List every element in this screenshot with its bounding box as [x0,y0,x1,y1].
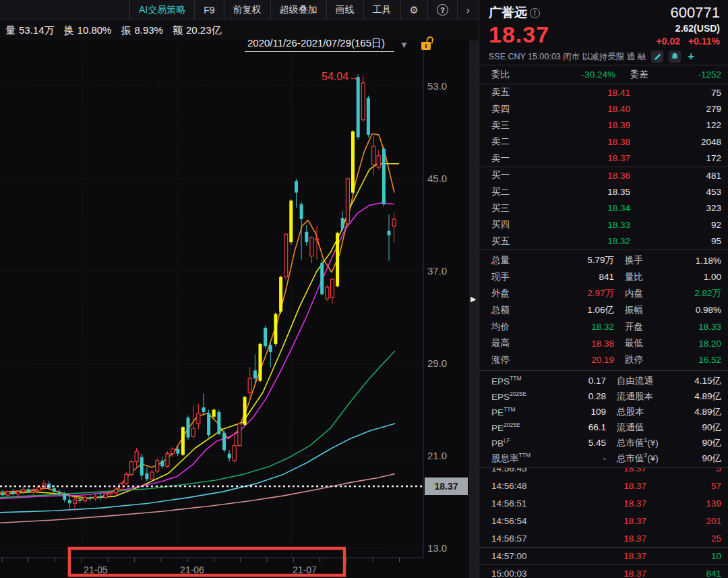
weibi-value: -30.24% [528,69,615,80]
panel-collapse-handle[interactable]: ▶ [469,40,479,578]
candle [367,98,370,135]
alert-bell-icon[interactable] [669,51,681,63]
candle-up [150,472,154,479]
chevron-down-icon[interactable]: ▼ [400,40,408,50]
fundamental-row-3: PE2025E66.1流通值90亿 [479,420,728,435]
ask-row-4[interactable]: 卖四18.40279 [479,100,728,117]
candle [176,449,179,454]
bid-row-2[interactable]: 买二18.35453 [479,183,728,200]
price-change: +0.02 +0.11% [657,36,720,47]
bid-row-1[interactable]: 买一18.36481 [479,167,728,183]
candle [217,412,220,434]
candle [202,407,206,412]
candle-up [310,237,313,256]
chart-plot[interactable]: 53.045.037.029.021.013.021-0521-0621-071… [0,40,469,578]
fundamental-row-4: PBLF5.45总市值1(¥)90亿 [479,435,728,451]
y-axis-label: 29.0 [427,357,447,369]
change-percent: +0.11% [688,36,720,47]
stat-row-2: 外盘2.97万内盘2.82万 [479,285,728,302]
candle [253,370,257,378]
range-selector: 2020/11/26-2021/07/29(165日) ▼ [245,36,434,53]
fundamental-row-2: PETTM109总股本4.89亿 [479,404,728,420]
toolbar-items: AI交易策略F9前复权超级叠加画线工具 [129,0,400,20]
toolbar-item-5[interactable]: 工具 [363,0,400,20]
quote-panel: 广誉远 ! 600771 18.37 2.62(USD) +0.02 +0.11… [479,0,728,578]
candle [269,345,272,352]
level-price: 18.41 [528,88,630,98]
change-value: +0.02 [657,36,680,47]
toolbar-item-0[interactable]: AI交易策略 [129,0,194,20]
level-volume: 453 [630,187,721,197]
statsbar-pair-0: 量53.14万 [5,24,55,37]
gear-icon: ⚙ [410,4,419,16]
fundamental-row-0: EPSTTM0.17自由流通4.15亿 [479,373,728,388]
add-plus-icon[interactable]: + [686,51,696,63]
y-axis-label: 37.0 [427,265,447,277]
peak-annotation: 54.04→ [322,71,359,82]
bid-row-4[interactable]: 买四18.3392 [479,216,728,233]
level-volume: 122 [630,120,721,130]
ask-row-3[interactable]: 卖三18.39122 [479,117,728,134]
toolbar-item-2[interactable]: 前复权 [224,0,270,20]
usd-price: 2.62(USD) [657,23,720,34]
toolbar-item-1[interactable]: F9 [194,0,223,20]
more-button[interactable]: › [457,0,479,20]
level-price: 18.33 [528,220,630,230]
candle [88,498,92,499]
toolbar-item-4[interactable]: 画线 [326,0,363,20]
candlestick-chart[interactable]: 2020/11/26-2021/07/29(165日) ▼ 53.045.037… [0,40,469,578]
candle [27,490,30,492]
x-axis-label: 21-06 [180,565,204,575]
candle-up [372,146,375,165]
ask-row-5[interactable]: 卖五18.4175 [479,84,728,100]
candle-up [331,279,334,297]
candle [140,457,144,475]
candle [382,149,386,204]
candle [388,231,391,235]
help-button[interactable]: ? [427,0,457,20]
info-icon[interactable]: ! [530,8,540,18]
candle [289,201,293,243]
toolbar-item-3[interactable]: 超级叠加 [270,0,326,20]
settings-button[interactable]: ⚙ [400,0,427,20]
candle-up [125,474,128,484]
edit-pencil-icon[interactable] [651,51,663,63]
candle-up [166,454,169,467]
candle [228,454,231,459]
candle-up [37,487,40,490]
candle [264,328,267,346]
candle [212,410,216,417]
candle-up [22,490,25,492]
status-line: SSE CNY 15:00:03 闭市 以减持受限 通 融 + [489,51,720,63]
weicha-value: -1252 [656,69,721,80]
date-range-label[interactable]: 2020/11/26-2021/07/29(165日) [245,37,394,52]
level-price: 18.37 [528,153,630,163]
candle-up [73,500,77,503]
trading-terminal: AI交易策略F9前复权超级叠加画线工具 ⚙ ? › 量53.14万换10.80%… [0,0,728,578]
level-volume: 279 [630,104,721,114]
candle [357,77,360,137]
candle [1,493,5,495]
fundamental-row-1: EPS2025E0.28流通股本4.89亿 [479,388,728,404]
candle [207,413,210,436]
candle-up [361,83,365,120]
bid-row-3[interactable]: 买三18.34323 [479,200,728,216]
stat-row-1: 现手841量比1.00 [479,269,728,286]
ma-magenta [0,203,394,498]
unlock-icon[interactable] [421,37,434,52]
ask-row-1[interactable]: 卖一18.37172 [479,150,728,167]
y-axis-label: 13.0 [427,542,447,554]
bid-row-5[interactable]: 买五18.3295 [479,233,728,250]
candle-up [109,493,113,494]
tick-row-2: 14:56:5118.37139 [479,494,728,512]
level-price: 18.34 [528,203,630,213]
x-axis-label: 21-05 [84,565,108,575]
candle-up [32,490,35,492]
stock-name: 广誉远 [489,4,527,22]
stat-row-5: 最高18.38最低18.20 [479,335,728,352]
tick-row-3: 14:56:5418.37201 [479,512,728,529]
candle [63,494,66,500]
level-volume: 172 [630,153,721,163]
ask-row-2[interactable]: 卖二18.382048 [479,134,728,150]
stat-row-6: 涨停20.19跌停16.52 [479,351,728,368]
